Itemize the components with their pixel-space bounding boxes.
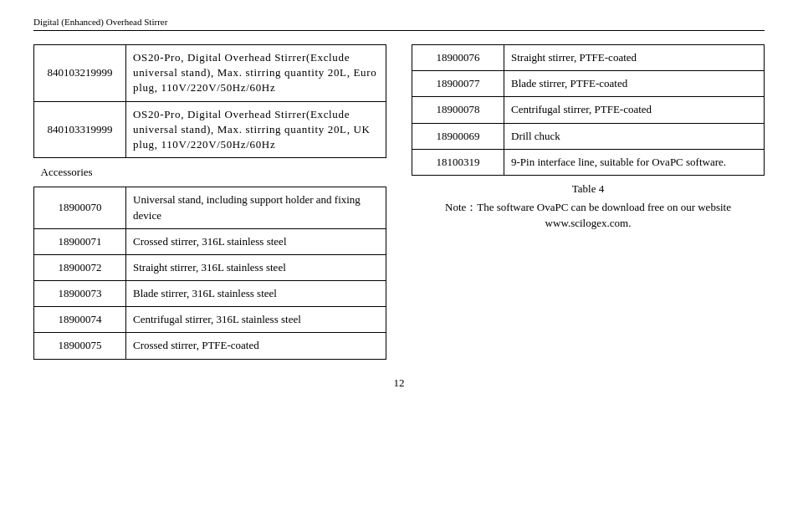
accessory-id: 18900078 [412, 97, 504, 123]
accessory-id: 18900074 [34, 307, 126, 333]
accessory-id: 18900073 [34, 281, 126, 307]
left-table: 840103219999 OS20-Pro, Digital Overhead … [33, 44, 386, 360]
accessory-id: 18900072 [34, 254, 126, 280]
accessory-description: Straight stirrer, 316L stainless steel [126, 254, 386, 280]
accessory-description: 9-Pin interface line, suitable for OvaPC… [504, 149, 765, 175]
product-description: OS20-Pro, Digital Overhead Stirrer(Exclu… [126, 101, 386, 158]
header-title: Digital (Enhanced) Overhead Stirrer [33, 17, 167, 27]
accessory-id: 18900071 [34, 228, 126, 254]
accessory-description: Drill chuck [504, 123, 765, 149]
table-row: 18900077 Blade stirrer, PTFE-coated [412, 71, 765, 97]
accessory-description: Centrifugal stirrer, 316L stainless stee… [126, 307, 386, 333]
right-accessories-table: 18900076 Straight stirrer, PTFE-coated 1… [412, 44, 765, 176]
page-number: 12 [33, 376, 765, 390]
table-row: 18900069 Drill chuck [412, 123, 765, 149]
accessories-label: Accessories [34, 158, 386, 187]
accessory-description: Blade stirrer, 316L stainless steel [126, 281, 386, 307]
table-note: Note：The software OvaPC can be download … [412, 199, 765, 232]
product-id: 840103219999 [34, 45, 126, 102]
page-header: Digital (Enhanced) Overhead Stirrer [33, 17, 765, 31]
accessory-id: 18900076 [412, 45, 504, 71]
table-row: 18900073 Blade stirrer, 316L stainless s… [34, 281, 386, 307]
table-row: 18900070 Universal stand, including supp… [34, 187, 386, 228]
accessory-description: Blade stirrer, PTFE-coated [504, 71, 765, 97]
table-row: 18900072 Straight stirrer, 316L stainles… [34, 254, 386, 280]
accessory-id: 18900077 [412, 71, 504, 97]
accessory-description: Universal stand, including support holde… [126, 187, 386, 228]
accessory-id: 18900075 [34, 333, 126, 359]
accessory-description: Crossed stirrer, 316L stainless steel [126, 228, 386, 254]
product-id: 840103319999 [34, 101, 126, 158]
table-row: 18900076 Straight stirrer, PTFE-coated [412, 45, 765, 71]
page: Digital (Enhanced) Overhead Stirrer 8401… [0, 0, 798, 423]
table-row: 840103319999 OS20-Pro, Digital Overhead … [34, 101, 386, 158]
content-area: 840103219999 OS20-Pro, Digital Overhead … [33, 44, 765, 360]
accessory-id: 18900069 [412, 123, 504, 149]
product-description: OS20-Pro, Digital Overhead Stirrer(Exclu… [126, 45, 386, 102]
table-row: 18900075 Crossed stirrer, PTFE-coated [34, 333, 386, 359]
table-row: 18100319 9-Pin interface line, suitable … [412, 149, 765, 175]
table-row: 840103219999 OS20-Pro, Digital Overhead … [34, 45, 386, 102]
accessory-description: Centrifugal stirrer, PTFE-coated [504, 97, 765, 123]
table-row: 18900078 Centrifugal stirrer, PTFE-coate… [412, 97, 765, 123]
accessory-description: Straight stirrer, PTFE-coated [504, 45, 765, 71]
table-caption: Table 4 [412, 182, 765, 196]
accessory-id: 18100319 [412, 149, 504, 175]
right-table: 18900076 Straight stirrer, PTFE-coated 1… [412, 44, 765, 360]
accessories-header-row: Accessories [34, 158, 386, 187]
table-row: 18900071 Crossed stirrer, 316L stainless… [34, 228, 386, 254]
accessory-id: 18900070 [34, 187, 126, 228]
accessory-description: Crossed stirrer, PTFE-coated [126, 333, 386, 359]
left-products-table: 840103219999 OS20-Pro, Digital Overhead … [33, 44, 386, 360]
table-row: 18900074 Centrifugal stirrer, 316L stain… [34, 307, 386, 333]
